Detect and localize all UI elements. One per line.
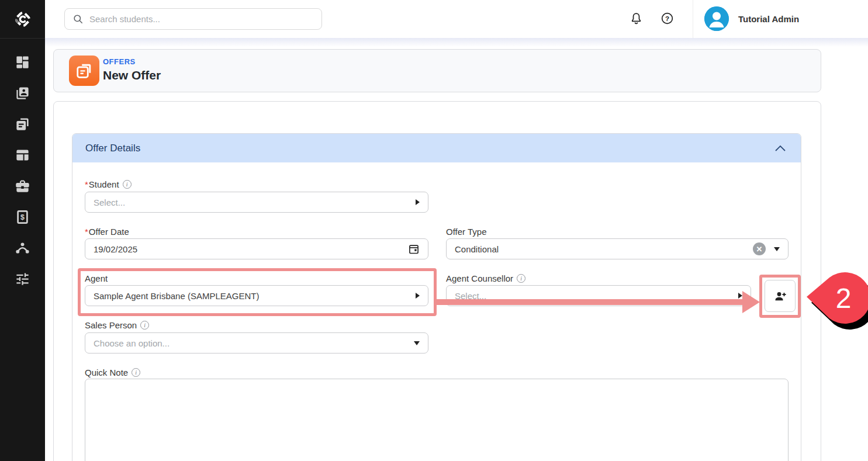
chevron-down-icon xyxy=(774,247,780,251)
offers-badge-icon xyxy=(75,62,93,79)
agent-counsellor-info-icon[interactable]: i xyxy=(517,274,525,283)
app-logo-icon xyxy=(12,8,34,30)
svg-text:?: ? xyxy=(665,15,669,22)
offer-date-input[interactable]: 19/02/2025 xyxy=(85,238,428,259)
student-label: *Student i xyxy=(85,179,132,189)
offer-details-header[interactable]: Offer Details xyxy=(72,134,801,162)
student-info-icon[interactable]: i xyxy=(123,180,132,189)
help-button[interactable]: ? xyxy=(657,8,677,28)
user-menu[interactable]: Tutorial Admin xyxy=(704,5,799,33)
offer-type-select[interactable]: Conditional ✕ xyxy=(446,238,789,259)
topbar-divider xyxy=(693,0,693,38)
invoices-icon: $ xyxy=(15,209,30,225)
offers-badge xyxy=(69,56,99,86)
step-number: 2 xyxy=(836,283,852,314)
sidebar-item-settings[interactable] xyxy=(0,264,45,294)
offers-icon xyxy=(15,116,30,132)
students-icon xyxy=(15,85,30,101)
network-icon xyxy=(15,240,30,256)
offer-date-label: *Offer Date xyxy=(85,226,129,237)
clear-icon[interactable]: ✕ xyxy=(753,242,766,255)
breadcrumb[interactable]: OFFERS xyxy=(103,57,136,66)
sidebar-item-offers[interactable] xyxy=(0,109,45,140)
student-select[interactable]: Select... xyxy=(85,192,428,213)
sidebar-item-courses[interactable] xyxy=(0,140,45,171)
quick-note-label: Quick Note i xyxy=(85,367,140,377)
chevron-right-icon xyxy=(738,293,742,299)
user-name: Tutorial Admin xyxy=(738,14,799,24)
agent-counsellor-label: Agent Counsellor i xyxy=(446,273,525,283)
sales-person-select[interactable]: Choose an option... xyxy=(85,332,428,353)
calendar-icon[interactable] xyxy=(408,243,420,255)
topbar-shadow xyxy=(45,38,868,47)
sidebar-item-students[interactable] xyxy=(0,78,45,109)
agent-select[interactable]: Sample Agent Brisbane (SAMPLEAGENT) xyxy=(85,285,428,306)
chevron-right-icon xyxy=(416,199,420,205)
required-asterisk: * xyxy=(85,179,88,189)
agent-counsellor-select[interactable]: Select... xyxy=(446,285,751,306)
quick-note-textarea[interactable] xyxy=(85,379,789,461)
agents-icon xyxy=(15,178,30,194)
dashboard-icon xyxy=(15,54,30,70)
sidebar-item-network[interactable] xyxy=(0,233,45,264)
courses-icon xyxy=(15,147,30,163)
section-title: Offer Details xyxy=(85,143,140,154)
sidebar-item-dashboard[interactable] xyxy=(0,47,45,78)
person-add-icon xyxy=(773,289,787,303)
settings-icon xyxy=(15,271,30,287)
avatar-person-icon xyxy=(704,6,729,31)
svg-text:$: $ xyxy=(20,213,25,221)
search-input[interactable] xyxy=(89,14,300,24)
bell-icon xyxy=(630,12,643,25)
notifications-button[interactable] xyxy=(626,8,646,28)
offer-type-label: Offer Type xyxy=(446,226,487,237)
search-icon xyxy=(72,13,84,25)
sidebar: $ xyxy=(0,0,45,461)
sidebar-nav: $ xyxy=(0,47,45,294)
page-header-card xyxy=(53,49,821,92)
chevron-right-icon xyxy=(416,293,420,299)
help-icon: ? xyxy=(660,12,674,25)
agent-label: Agent xyxy=(85,273,108,283)
quick-note-info-icon[interactable]: i xyxy=(132,368,140,377)
app-logo[interactable] xyxy=(0,0,45,39)
sales-person-label: Sales Person i xyxy=(85,320,149,330)
sidebar-item-agents[interactable] xyxy=(0,171,45,202)
sidebar-item-invoices[interactable]: $ xyxy=(0,202,45,233)
chevron-up-icon[interactable] xyxy=(774,144,787,152)
add-counsellor-button[interactable] xyxy=(765,280,796,312)
student-search xyxy=(64,8,322,30)
page-title: New Offer xyxy=(103,68,161,82)
chevron-down-icon xyxy=(414,341,420,345)
avatar xyxy=(704,6,729,31)
sales-person-info-icon[interactable]: i xyxy=(140,321,149,330)
